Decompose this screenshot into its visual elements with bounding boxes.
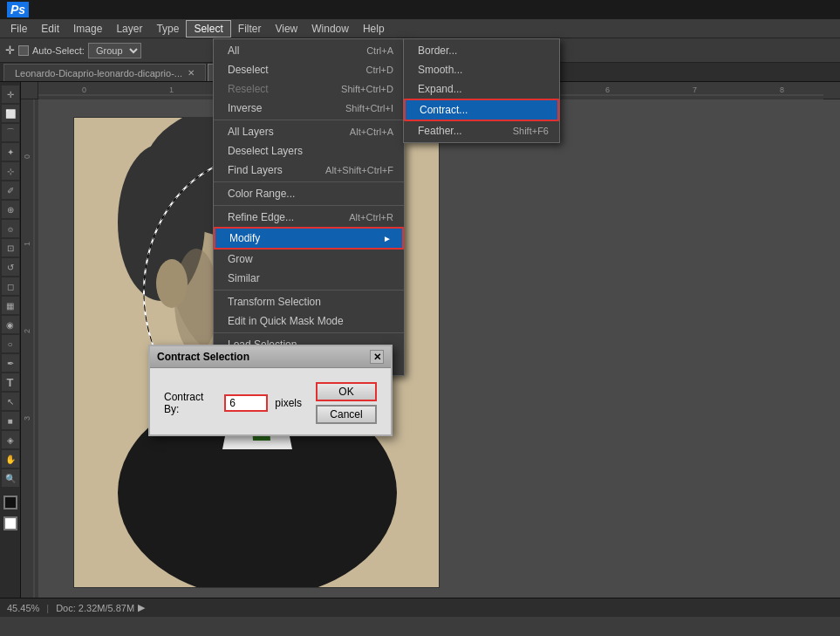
tool-gradient[interactable]: ▦ [2, 297, 19, 314]
menu-filter[interactable]: Filter [231, 21, 269, 37]
tool-marquee[interactable]: ⬜ [2, 105, 19, 122]
menu-select-inverse[interactable]: Inverse Shift+Ctrl+I [214, 99, 404, 118]
menu-refine-edge[interactable]: Refine Edge... Alt+Ctrl+R [214, 208, 404, 227]
svg-text:2: 2 [23, 329, 31, 333]
select-section-2: All Layers Alt+Ctrl+A Deselect Layers Fi… [214, 120, 404, 182]
tool-spot-heal[interactable]: ⊕ [2, 201, 19, 218]
menu-transform-selection[interactable]: Transform Selection [214, 292, 404, 311]
tool-text[interactable]: T [2, 373, 19, 391]
tool-background-color[interactable] [3, 516, 17, 530]
dialog-close-button[interactable]: ✕ [370, 350, 384, 364]
status-bar: 45.45% | Doc: 2.32M/5.87M ▶ [0, 598, 840, 617]
menu-deselect-layers[interactable]: Deselect Layers [214, 141, 404, 161]
canvas-area: 0 1 2 3 4 5 6 7 8 0 1 2 3 [21, 82, 840, 598]
tool-lasso[interactable]: ⌒ [2, 124, 19, 141]
deselect-label: Deselect [228, 64, 269, 76]
menu-border[interactable]: Border... [404, 41, 559, 60]
tool-foreground-color[interactable] [3, 496, 17, 509]
menu-modify[interactable]: Modify ► [214, 227, 404, 250]
menu-type[interactable]: Type [149, 21, 186, 37]
color-range-label: Color Range... [228, 188, 295, 200]
tool-crop[interactable]: ⊹ [2, 162, 19, 180]
refine-edge-shortcut: Alt+Ctrl+R [349, 212, 393, 222]
tool-wand[interactable]: ✦ [2, 143, 19, 161]
find-layers-shortcut: Alt+Shift+Ctrl+F [325, 165, 393, 175]
deselect-shortcut: Ctrl+D [366, 65, 393, 75]
dialog-cancel-button[interactable]: Cancel [316, 405, 377, 424]
title-bar: Ps [0, 0, 840, 19]
tool-stamp[interactable]: ⊡ [2, 239, 19, 256]
menu-quick-mask[interactable]: Edit in Quick Mask Mode [214, 311, 404, 331]
contract-value-input[interactable] [224, 394, 268, 412]
menu-find-layers[interactable]: Find Layers Alt+Shift+Ctrl+F [214, 161, 404, 180]
tool-hand[interactable]: ✋ [2, 450, 19, 468]
contract-selection-dialog: Contract Selection ✕ Contract By: pixels… [148, 345, 393, 436]
ruler-vertical: 0 1 2 3 [21, 99, 38, 598]
find-layers-label: Find Layers [228, 164, 283, 176]
menu-select[interactable]: Select [186, 20, 230, 38]
similar-label: Similar [228, 272, 260, 284]
autoselect-label: Auto-Select: [32, 45, 85, 56]
menu-file[interactable]: File [3, 21, 34, 37]
svg-text:1: 1 [169, 85, 174, 94]
select-all-shortcut: Ctrl+A [366, 45, 393, 56]
inverse-label: Inverse [228, 102, 262, 114]
inverse-shortcut: Shift+Ctrl+I [345, 103, 393, 113]
menu-feather[interactable]: Feather... Shift+F6 [404, 121, 559, 140]
group-dropdown[interactable]: Group Layer [88, 43, 141, 58]
tool-eraser[interactable]: ◻ [2, 277, 19, 295]
tool-blur[interactable]: ◉ [2, 316, 19, 333]
modify-submenu-section: Border... Smooth... Expand... Contract..… [404, 39, 559, 142]
menu-color-range[interactable]: Color Range... [214, 184, 404, 203]
zoom-level: 45.45% [7, 603, 39, 613]
menu-image[interactable]: Image [66, 21, 109, 37]
menu-all-layers[interactable]: All Layers Alt+Ctrl+A [214, 122, 404, 141]
tool-move[interactable]: ✛ [2, 85, 19, 103]
menu-help[interactable]: Help [356, 21, 392, 37]
quick-mask-label: Edit in Quick Mask Mode [228, 315, 344, 327]
modify-submenu-panel: Border... Smooth... Expand... Contract..… [403, 38, 560, 143]
tool-zoom[interactable]: 🔍 [2, 469, 19, 487]
workspace: ✛ ⬜ ⌒ ✦ ⊹ ✐ ⊕ ⌾ ⊡ ↺ ◻ ▦ ◉ ○ ✒ T ↖ ■ ◈ ✋ … [0, 82, 840, 598]
tool-dodge[interactable]: ○ [2, 335, 19, 352]
menu-layer[interactable]: Layer [109, 21, 149, 37]
tab-leonardo[interactable]: Leonardo-Dicaprio-leonardo-dicaprio-... … [3, 64, 206, 81]
tool-3d[interactable]: ◈ [2, 431, 19, 448]
autoselect-checkbox[interactable] [18, 45, 29, 56]
reselect-shortcut: Shift+Ctrl+D [341, 84, 393, 94]
tool-pen[interactable]: ✒ [2, 354, 19, 372]
menu-select-all[interactable]: All Ctrl+A [214, 41, 404, 60]
tool-eyedropper[interactable]: ✐ [2, 181, 19, 199]
dialog-title-bar: Contract Selection ✕ [150, 346, 391, 368]
contract-by-row: Contract By: pixels OK Cancel [164, 382, 377, 424]
select-section-1: All Ctrl+A Deselect Ctrl+D Reselect Shif… [214, 39, 404, 120]
tab-close-1[interactable]: ✕ [188, 68, 195, 78]
svg-text:1: 1 [23, 242, 31, 246]
dialog-ok-button[interactable]: OK [316, 382, 377, 401]
dialog-buttons: OK Cancel [316, 382, 377, 424]
menu-expand[interactable]: Expand... [404, 79, 559, 99]
menu-similar[interactable]: Similar [214, 269, 404, 288]
feather-label: Feather... [418, 125, 462, 137]
menu-view[interactable]: View [268, 21, 304, 37]
menu-select-deselect[interactable]: Deselect Ctrl+D [214, 60, 404, 79]
menu-grow[interactable]: Grow [214, 250, 404, 269]
menu-contract[interactable]: Contract... [404, 99, 559, 121]
grow-label: Grow [228, 253, 253, 265]
menu-edit[interactable]: Edit [34, 21, 66, 37]
expand-arrow[interactable]: ▶ [138, 602, 145, 613]
tool-shape[interactable]: ■ [2, 412, 19, 429]
tool-history-brush[interactable]: ↺ [2, 258, 19, 276]
tool-path-select[interactable]: ↖ [2, 393, 19, 410]
contract-by-label: Contract By: [164, 391, 217, 415]
svg-text:8: 8 [780, 85, 784, 94]
menu-window[interactable]: Window [304, 21, 356, 37]
tool-brush[interactable]: ⌾ [2, 220, 19, 237]
expand-label: Expand... [418, 83, 462, 95]
move-tool-icon: ✛ [5, 44, 15, 57]
tool-options: ✛ Auto-Select: Group Layer [5, 43, 141, 58]
menu-smooth[interactable]: Smooth... [404, 60, 559, 79]
all-layers-shortcut: Alt+Ctrl+A [350, 127, 393, 137]
reselect-label: Reselect [228, 83, 269, 95]
menu-select-reselect: Reselect Shift+Ctrl+D [214, 79, 404, 99]
